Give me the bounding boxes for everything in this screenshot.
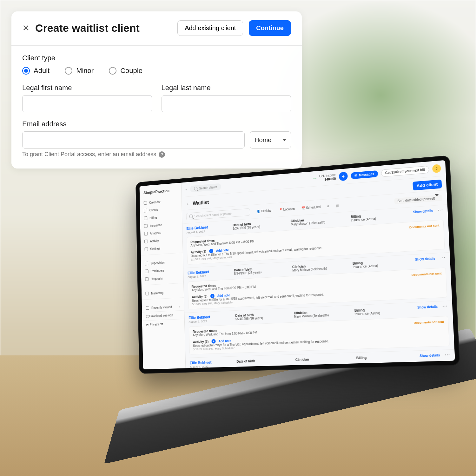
show-details-link[interactable]: Show details <box>415 257 435 261</box>
billing-icon <box>144 216 148 220</box>
privacy-toggle[interactable]: ⛨ Privacy off <box>142 319 185 329</box>
client-type-minor[interactable]: Minor <box>65 67 94 75</box>
laptop-screen-bezel: SimplePractice Calendar Clients Billing … <box>136 155 460 374</box>
calendar-icon <box>144 201 147 205</box>
supervision-icon <box>145 261 148 265</box>
waitlist-rows: Ellie Bekheet August 1, 2022 Date of bir… <box>182 205 455 368</box>
clients-icon <box>144 209 147 213</box>
add-button[interactable]: + <box>339 172 348 181</box>
email-help-text: To grant Client Portal access, enter an … <box>22 151 291 158</box>
help-icon[interactable]: ? <box>159 151 165 158</box>
client-type-couple[interactable]: Couple <box>109 67 142 75</box>
megaphone-icon <box>145 292 149 295</box>
email-input[interactable] <box>22 131 245 149</box>
email-label: Email address <box>22 120 291 128</box>
first-name-input[interactable] <box>22 95 152 112</box>
view-grid-icon[interactable]: ▦ <box>336 204 339 208</box>
nav-label: Activity <box>150 239 159 243</box>
client-type-adult[interactable]: Adult <box>22 67 50 75</box>
radio-selected-icon <box>22 67 30 75</box>
analytics-icon <box>144 232 148 236</box>
client-type-label: Client type <box>22 54 291 62</box>
last-name-input[interactable] <box>162 95 291 112</box>
filter-scheduled[interactable]: 📅 Scheduled <box>301 205 321 210</box>
insurance-icon <box>144 224 148 228</box>
add-note-link[interactable]: Add note <box>216 248 229 252</box>
add-note-plus-icon[interactable]: + <box>211 339 215 344</box>
requests-icon <box>145 277 149 281</box>
shield-icon: ⛨ <box>146 323 149 327</box>
email-type-select[interactable]: Home <box>250 131 291 149</box>
laptop: SimplePractice Calendar Clients Billing … <box>127 167 457 395</box>
radio-icon <box>109 67 116 75</box>
bell-icon <box>145 269 149 273</box>
row-menu-icon[interactable]: ⋯ <box>442 305 448 307</box>
nav-label: Settings <box>150 247 160 250</box>
chevron-down-icon <box>435 194 439 200</box>
nav-label: Recently viewed <box>151 305 172 310</box>
modal-title: Create waitlist client <box>35 22 172 34</box>
gear-icon <box>145 247 148 251</box>
nav-label: Marketing <box>151 291 163 295</box>
activity-label: Activity (3) <box>193 340 208 344</box>
user-avatar[interactable]: J <box>432 164 441 173</box>
nav-label: Calendar <box>149 200 161 204</box>
row-menu-icon[interactable]: ⋯ <box>438 209 443 212</box>
filter-location[interactable]: 📍 Location <box>279 207 295 211</box>
chevron-right-icon: › <box>179 305 180 308</box>
back-arrow-icon[interactable]: ← <box>186 201 190 207</box>
add-note-link[interactable]: Add note <box>217 294 230 298</box>
app-viewport: SimplePractice Calendar Clients Billing … <box>139 160 455 370</box>
nav-label: Requests <box>151 277 163 281</box>
waitlist-search[interactable]: Search client name or phone <box>186 208 250 220</box>
show-details-link[interactable]: Show details <box>420 354 440 358</box>
nav-label: Clients <box>149 208 158 212</box>
dob-label: Date of birth <box>236 358 286 363</box>
clock-icon <box>146 306 149 310</box>
download-icon: ⬚ <box>146 314 149 318</box>
nav-label: Analytics <box>150 231 161 235</box>
nav-label: Insurance <box>150 223 162 227</box>
radio-icon <box>65 67 72 75</box>
first-name-label: Legal first name <box>22 84 152 92</box>
chat-icon: ✉ <box>354 174 357 177</box>
show-details-link[interactable]: Show details <box>417 305 438 309</box>
clinician-label: Clinician <box>295 356 347 362</box>
search-icon <box>194 187 197 190</box>
add-note-plus-icon[interactable]: + <box>209 249 213 253</box>
create-waitlist-modal: ✕ Create waitlist client Add existing cl… <box>11 11 302 169</box>
row-menu-icon[interactable]: ⋯ <box>445 354 450 356</box>
messages-button[interactable]: ✉Messages <box>351 170 378 179</box>
filter-clinician[interactable]: 👤 Clinician <box>256 208 272 213</box>
row-menu-icon[interactable]: ⋯ <box>440 257 445 259</box>
close-icon[interactable]: ✕ <box>22 24 30 33</box>
nav-label: Supervision <box>150 261 165 265</box>
add-note-plus-icon[interactable]: + <box>210 294 214 298</box>
global-search[interactable]: Search clients <box>190 183 221 192</box>
divider <box>11 45 302 46</box>
offer-button[interactable]: Get $100 off your next bill <box>381 166 429 177</box>
nav-label: Billing <box>149 216 157 220</box>
page-title: Waitlist <box>193 200 209 206</box>
nav-marketing[interactable]: Marketing <box>142 288 184 298</box>
sidebar: SimplePractice Calendar Clients Billing … <box>139 183 186 370</box>
sort-dropdown[interactable]: Sort: date added (newest) <box>394 195 442 204</box>
search-icon <box>189 215 193 218</box>
chevron-down-icon <box>282 139 286 141</box>
add-note-link[interactable]: Add note <box>218 339 231 343</box>
collapse-sidebar-icon[interactable]: « <box>185 188 187 191</box>
trend-icon: 〰 <box>313 177 316 181</box>
add-existing-client-button[interactable]: Add existing client <box>177 20 243 36</box>
show-details-link[interactable]: Show details <box>413 209 433 214</box>
view-list-icon[interactable]: ≡ <box>327 204 329 208</box>
main-content: « Search clients 〰 Oct. income $400.00 +… <box>182 160 455 368</box>
activity-icon <box>144 240 148 243</box>
add-client-button[interactable]: Add client <box>413 180 442 191</box>
billing-label: Billing <box>356 354 410 360</box>
nav-label: Reminders <box>151 269 164 273</box>
income-widget[interactable]: Oct. income $400.00 <box>319 173 336 182</box>
continue-button[interactable]: Continue <box>249 20 291 36</box>
last-name-label: Legal last name <box>162 84 291 92</box>
